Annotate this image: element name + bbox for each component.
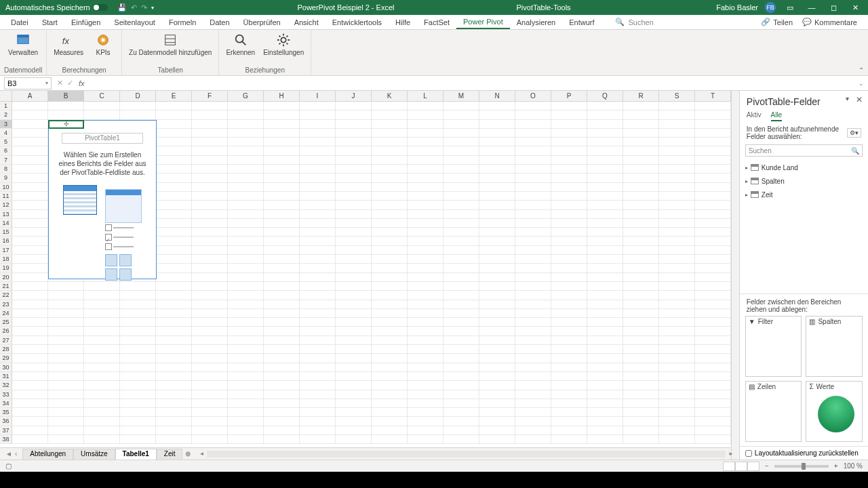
cell[interactable] <box>228 354 264 363</box>
cell[interactable] <box>120 309 156 318</box>
cell[interactable] <box>659 237 695 245</box>
cell[interactable] <box>156 354 192 363</box>
cell[interactable] <box>156 156 192 165</box>
cell[interactable] <box>408 291 443 300</box>
cell[interactable] <box>156 102 192 110</box>
cell[interactable] <box>192 165 228 174</box>
cell[interactable] <box>264 399 300 408</box>
cell[interactable] <box>300 309 336 318</box>
cell[interactable] <box>623 426 659 435</box>
cell[interactable] <box>623 102 659 110</box>
cell[interactable] <box>623 354 659 363</box>
cell[interactable] <box>587 291 623 300</box>
cell[interactable] <box>587 110 623 119</box>
cell[interactable] <box>156 408 192 417</box>
cell[interactable] <box>623 174 659 182</box>
cell[interactable] <box>659 210 695 219</box>
row-header[interactable]: 9 <box>0 174 12 182</box>
cell[interactable] <box>48 399 84 408</box>
cell[interactable] <box>695 291 731 300</box>
cell[interactable] <box>228 183 264 192</box>
row-header[interactable]: 19 <box>0 264 12 272</box>
cell[interactable] <box>372 120 408 129</box>
cell[interactable] <box>372 102 408 110</box>
cell[interactable] <box>264 318 300 327</box>
cell[interactable] <box>443 291 479 300</box>
cell[interactable] <box>443 381 479 390</box>
cell[interactable] <box>300 381 336 390</box>
cell[interactable] <box>48 363 84 372</box>
row-header[interactable]: 4 <box>0 129 12 138</box>
cell[interactable] <box>623 363 659 372</box>
cell[interactable] <box>84 435 120 444</box>
cell[interactable] <box>587 264 623 272</box>
cell[interactable] <box>264 246 300 255</box>
cell[interactable] <box>479 219 515 228</box>
cell[interactable] <box>300 156 336 165</box>
cell[interactable] <box>372 138 408 146</box>
cell[interactable] <box>156 255 192 264</box>
cell[interactable] <box>228 219 264 228</box>
cell[interactable] <box>623 372 659 381</box>
cell[interactable] <box>695 300 731 309</box>
cell[interactable] <box>264 282 300 291</box>
cell[interactable] <box>120 381 156 390</box>
row-header[interactable]: 21 <box>0 282 12 291</box>
cell[interactable] <box>551 327 587 336</box>
cell[interactable] <box>623 300 659 309</box>
cell[interactable] <box>336 282 372 291</box>
cell[interactable] <box>587 102 623 110</box>
cell[interactable] <box>264 129 300 138</box>
cell[interactable] <box>587 327 623 336</box>
cell[interactable] <box>84 291 120 300</box>
cell[interactable] <box>443 255 479 264</box>
cell[interactable] <box>12 219 48 228</box>
cell[interactable] <box>479 300 515 309</box>
cell[interactable] <box>300 282 336 291</box>
cell[interactable] <box>408 237 443 245</box>
cell[interactable] <box>372 354 408 363</box>
cell[interactable] <box>515 246 551 255</box>
cell[interactable] <box>192 282 228 291</box>
cell[interactable] <box>515 129 551 138</box>
cell[interactable] <box>12 146 48 155</box>
cell[interactable] <box>695 354 731 363</box>
cell[interactable] <box>120 354 156 363</box>
cell[interactable] <box>443 363 479 372</box>
cell[interactable] <box>623 183 659 192</box>
cell[interactable] <box>264 345 300 354</box>
cell[interactable] <box>228 291 264 300</box>
cell[interactable] <box>192 156 228 165</box>
row-header[interactable]: 26 <box>0 327 12 336</box>
cell[interactable] <box>12 435 48 444</box>
tab-power-pivot[interactable]: Power Pivot <box>456 15 510 29</box>
cell[interactable] <box>659 192 695 201</box>
cell[interactable] <box>228 246 264 255</box>
cell[interactable] <box>12 264 48 272</box>
cell[interactable] <box>587 156 623 165</box>
cell[interactable] <box>479 110 515 119</box>
cell[interactable] <box>228 399 264 408</box>
cell[interactable] <box>408 146 443 155</box>
cell[interactable] <box>228 417 264 426</box>
cell[interactable] <box>192 138 228 146</box>
cell[interactable] <box>515 291 551 300</box>
cell[interactable] <box>551 390 587 399</box>
cell[interactable] <box>587 183 623 192</box>
cell[interactable] <box>659 318 695 327</box>
cell[interactable] <box>120 336 156 345</box>
cell[interactable] <box>300 129 336 138</box>
cell[interactable] <box>587 390 623 399</box>
cell[interactable] <box>336 435 372 444</box>
cell[interactable] <box>408 381 443 390</box>
cell[interactable] <box>264 408 300 417</box>
row-header[interactable]: 18 <box>0 255 12 264</box>
cell[interactable] <box>695 390 731 399</box>
cell[interactable] <box>120 102 156 110</box>
qat-more-icon[interactable]: ▾ <box>151 5 154 11</box>
cell[interactable] <box>372 399 408 408</box>
cell[interactable] <box>300 102 336 110</box>
cell[interactable] <box>515 372 551 381</box>
cell[interactable] <box>156 363 192 372</box>
cell[interactable] <box>192 129 228 138</box>
